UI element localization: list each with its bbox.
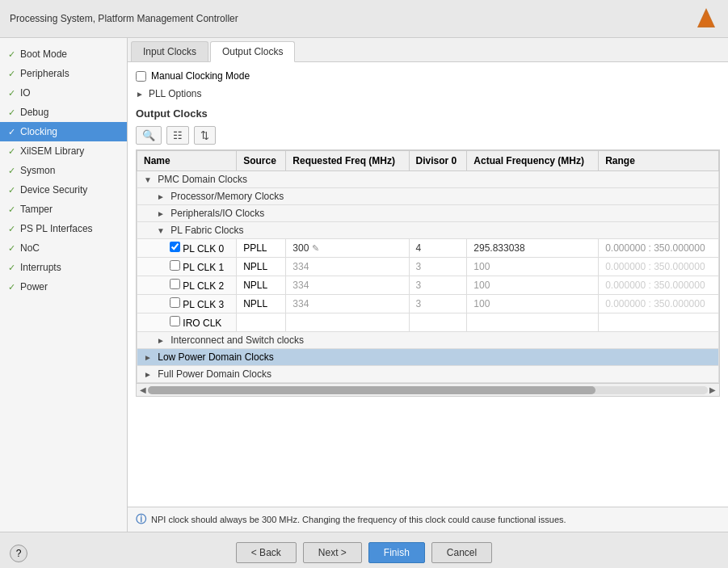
tabs-container: Input ClocksOutput Clocks — [128, 38, 728, 62]
clock-name: PL CLK 3 — [183, 299, 224, 310]
table-group-row[interactable]: ► Interconnect and Switch clocks — [137, 332, 719, 349]
sidebar-item-interrupts[interactable]: ✓ Interrupts — [0, 258, 127, 277]
table-group-row[interactable]: ► Full Power Domain Clocks — [137, 366, 719, 383]
sidebar-item-tamper[interactable]: ✓ Tamper — [0, 200, 127, 219]
clock-req-freq: 334 — [286, 295, 409, 313]
sidebar-item-xilsem-library[interactable]: ✓ XilSEM Library — [0, 141, 127, 161]
sidebar-item-debug[interactable]: ✓ Debug — [0, 103, 127, 122]
sidebar-item-sysmon[interactable]: ✓ Sysmon — [0, 161, 127, 180]
group-label: Full Power Domain Clocks — [158, 368, 271, 380]
back-button[interactable]: < Back — [236, 542, 297, 563]
group-label: PMC Domain Clocks — [158, 174, 247, 185]
svg-marker-1 — [699, 11, 713, 26]
row-checkbox[interactable] — [170, 260, 180, 271]
clock-range: 0.000000 : 350.000000 — [599, 295, 719, 313]
next-button[interactable]: Next > — [303, 542, 362, 563]
info-message: NPI clock should always be 300 MHz. Chan… — [151, 515, 566, 524]
tab-input-clocks[interactable]: Input Clocks — [131, 41, 208, 61]
clock-divisor0: 4 — [409, 239, 467, 258]
clocks-table-container: Name Source Requested Freq (MHz) Divisor… — [136, 149, 720, 397]
sidebar-item-label: Tamper — [20, 204, 53, 215]
clock-range: 0.000000 : 350.000000 — [599, 258, 719, 276]
sidebar-item-device-security[interactable]: ✓ Device Security — [0, 180, 127, 200]
clock-name: PL CLK 1 — [183, 262, 224, 273]
sidebar-item-boot-mode[interactable]: ✓ Boot Mode — [0, 44, 127, 64]
expand-arrow: ► — [144, 370, 152, 379]
check-icon: ✓ — [8, 204, 15, 215]
clock-range: 0.000000 : 350.000000 — [599, 276, 719, 295]
check-icon: ✓ — [8, 185, 15, 196]
info-bar: ⓘ NPI clock should always be 300 MHz. Ch… — [128, 507, 728, 532]
clock-divisor0: 3 — [409, 276, 467, 295]
col-name: Name — [137, 151, 237, 171]
col-actual-freq: Actual Frequency (MHz) — [467, 151, 599, 171]
sort-button[interactable]: ⇅ — [194, 126, 216, 145]
horizontal-scrollbar[interactable]: ◀ ▶ — [137, 383, 719, 396]
sidebar-item-label: Interrupts — [20, 262, 61, 273]
row-checkbox[interactable] — [170, 279, 180, 289]
check-icon: ✓ — [8, 88, 15, 99]
expand-arrow: ► — [157, 209, 165, 218]
finish-button[interactable]: Finish — [368, 542, 425, 563]
sidebar-item-label: Sysmon — [20, 165, 55, 176]
manual-clocking-checkbox[interactable] — [136, 71, 146, 82]
edit-icon[interactable]: ✎ — [312, 243, 319, 253]
row-checkbox[interactable] — [170, 316, 180, 326]
table-row: IRO CLK — [137, 313, 719, 332]
sidebar-item-label: Peripherals — [20, 68, 69, 79]
help-button[interactable]: ? — [10, 545, 27, 562]
manual-clocking-label: Manual Clocking Mode — [151, 70, 250, 82]
clock-actual-freq: 100 — [467, 295, 599, 313]
clock-source: NPLL — [237, 295, 286, 313]
search-button[interactable]: 🔍 — [136, 126, 162, 145]
sidebar-item-label: XilSEM Library — [20, 145, 84, 157]
clock-name: IRO CLK — [183, 318, 221, 329]
expand-arrow: ► — [157, 192, 165, 201]
row-checkbox[interactable] — [170, 297, 180, 308]
sidebar-item-peripherals[interactable]: ✓ Peripherals — [0, 64, 127, 83]
tab-output-clocks[interactable]: Output Clocks — [210, 41, 295, 62]
group-label: Interconnect and Switch clocks — [170, 334, 304, 346]
footer: ? < Back Next > Finish Cancel — [0, 532, 728, 568]
expand-arrow: ▼ — [157, 226, 165, 235]
table-group-row[interactable]: ► Processor/Memory Clocks — [137, 188, 719, 205]
check-icon: ✓ — [8, 282, 15, 292]
group-label: Processor/Memory Clocks — [170, 191, 284, 202]
sidebar-item-noc[interactable]: ✓ NoC — [0, 238, 127, 258]
clock-actual-freq: 100 — [467, 276, 599, 295]
clock-req-freq: 334 — [286, 258, 409, 276]
clock-divisor0 — [409, 313, 467, 332]
clock-req-freq: 300✎ — [286, 239, 409, 258]
table-row: PL CLK 2 NPLL 334 3 100 0.000000 : 350.0… — [137, 276, 719, 295]
clocks-table: Name Source Requested Freq (MHz) Divisor… — [137, 150, 719, 383]
clock-source: NPLL — [237, 276, 286, 295]
check-icon: ✓ — [8, 146, 15, 157]
sidebar-item-clocking[interactable]: ✓ Clocking — [0, 122, 127, 141]
check-icon: ✓ — [8, 224, 15, 234]
table-group-highlight-row[interactable]: ► Low Power Domain Clocks — [137, 349, 719, 366]
sidebar-item-label: Power — [20, 281, 48, 292]
row-checkbox[interactable] — [170, 242, 180, 252]
table-group-row[interactable]: ▼ PL Fabric Clocks — [137, 222, 719, 239]
expand-arrow: ▼ — [144, 175, 152, 184]
main-container: ✓ Boot Mode✓ Peripherals✓ IO✓ Debug✓ Clo… — [0, 38, 728, 532]
sidebar-item-ps-pl-interfaces[interactable]: ✓ PS PL Interfaces — [0, 219, 127, 238]
sidebar-item-power[interactable]: ✓ Power — [0, 277, 127, 297]
pll-options-label: PLL Options — [149, 88, 202, 99]
pll-options-row[interactable]: ► PLL Options — [136, 88, 720, 99]
cancel-button[interactable]: Cancel — [431, 542, 492, 563]
expand-arrow: ► — [144, 353, 152, 362]
clock-actual-freq: 100 — [467, 258, 599, 276]
sidebar-item-io[interactable]: ✓ IO — [0, 83, 127, 103]
sidebar-item-label: NoC — [20, 242, 40, 254]
table-group-row[interactable]: ▼ PMC Domain Clocks — [137, 171, 719, 188]
clock-divisor0: 3 — [409, 295, 467, 313]
filter-button[interactable]: ☷ — [166, 126, 189, 145]
sidebar-item-label: Debug — [20, 107, 48, 118]
table-group-row[interactable]: ► Peripherals/IO Clocks — [137, 205, 719, 222]
clock-range: 0.000000 : 350.000000 — [599, 239, 719, 258]
sidebar-item-label: IO — [20, 87, 31, 99]
clock-name: PL CLK 0 — [183, 243, 224, 255]
info-icon: ⓘ — [136, 512, 146, 527]
app-logo — [694, 6, 718, 31]
